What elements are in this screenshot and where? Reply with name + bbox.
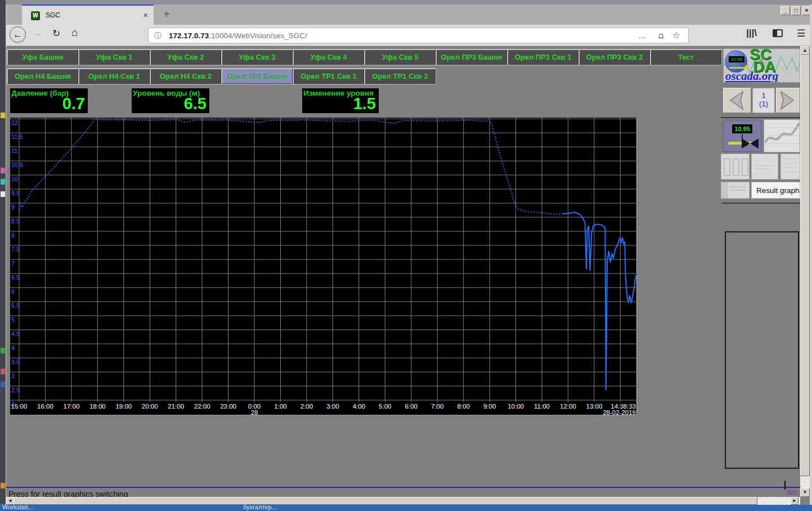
scene-button[interactable]: Орел ТР1 Скв 2 <box>365 69 436 84</box>
svg-text:4.5: 4.5 <box>11 330 20 337</box>
scene-button[interactable]: Уфа Скв 4 <box>293 50 364 65</box>
svg-text:21:00: 21:00 <box>168 403 184 410</box>
result-graphic-button[interactable]: Result graphic <box>751 182 800 199</box>
logo-mini-display: 10.95 <box>728 56 745 63</box>
level-change-display: Изменение уровня 1.5 <box>302 88 379 113</box>
scene-button[interactable]: Уфа Башня <box>7 50 78 65</box>
home-icon[interactable]: ⌂ <box>71 26 78 39</box>
water-level-value: 6.5 <box>184 95 207 113</box>
svg-text:16:00: 16:00 <box>37 403 53 410</box>
svg-text:9.5: 9.5 <box>11 190 20 196</box>
bookmark-star-icon[interactable]: ☆ <box>672 30 680 41</box>
menu-hamburger-icon[interactable]: ☰ <box>797 28 805 39</box>
page-number: 1 <box>753 91 774 100</box>
scene-button[interactable]: Уфа Скв 5 <box>365 50 436 65</box>
trend-chart[interactable]: 1211.51110.5109.598.587.576.565.554.543.… <box>10 118 637 415</box>
sidebar-divider <box>722 203 800 204</box>
svg-text:22:00: 22:00 <box>194 403 210 410</box>
widget-thumb-valve-selected[interactable]: 10.95 <box>723 120 761 152</box>
reload-icon[interactable]: ↻ <box>52 28 60 39</box>
svg-text:15:00: 15:00 <box>11 403 28 410</box>
scene-button[interactable]: Тест <box>651 50 721 65</box>
window-minimize-button[interactable]: _ <box>780 6 790 15</box>
pressure-display: Давление (бар) 0.7 <box>10 88 88 113</box>
widget-thumb-small[interactable] <box>721 182 750 199</box>
scene-button[interactable]: Орел Н4 Башня <box>7 69 78 84</box>
svg-text:20:00: 20:00 <box>142 403 158 410</box>
svg-text:28-02-2019: 28-02-2019 <box>603 409 636 415</box>
svg-text:10: 10 <box>11 176 18 182</box>
horizontal-scrollbar[interactable]: ◄ ► <box>6 497 800 505</box>
desktop: Workstati... бухгалтер... W SGC × + _ □ … <box>0 0 812 511</box>
url-path: :10004/WebVision/ses_SGC/ <box>209 32 307 40</box>
scroll-down-icon[interactable]: ▼ <box>800 488 810 497</box>
vertical-scroll-thumb[interactable] <box>800 55 810 476</box>
scroll-right-icon[interactable]: ► <box>791 497 798 505</box>
pocket-icon[interactable]: ⩍ <box>658 31 663 41</box>
svg-text:5:00: 5:00 <box>379 403 391 410</box>
back-icon[interactable]: ← <box>10 26 26 43</box>
scene-button[interactable]: Орел ПР3 Башня <box>436 50 507 65</box>
scene-button[interactable]: Уфа Скв 3 <box>222 50 293 65</box>
widget-thumb-graph[interactable] <box>764 119 800 153</box>
next-page-button[interactable] <box>776 88 800 113</box>
svg-text:3.5: 3.5 <box>11 358 20 365</box>
webvision-favicon: W <box>31 11 40 20</box>
scene-button[interactable]: Орел Н4 Скв 1 <box>79 69 150 84</box>
browser-tab[interactable]: W SGC × <box>22 5 154 25</box>
scroll-up-icon[interactable]: ▲ <box>800 46 810 55</box>
graph-thumb-sketch <box>764 120 800 152</box>
page-divider-line <box>6 487 800 488</box>
widget-thumb-doc2[interactable] <box>780 154 800 180</box>
scene-button[interactable]: Орел ТР1 Скв 1 <box>293 69 364 84</box>
library-icon[interactable]: |||\ <box>746 28 757 39</box>
svg-text:11.5: 11.5 <box>11 133 23 140</box>
scene-button-row-2: Орел Н4 БашняОрел Н4 Скв 1Орел Н4 Скв 2О… <box>7 69 436 84</box>
svg-text:7.5: 7.5 <box>11 246 20 253</box>
svg-text:10.5: 10.5 <box>11 162 23 168</box>
window-maximize-button[interactable]: □ <box>791 6 801 15</box>
scene-button[interactable]: Орел ПР3 Скв 2 <box>579 50 650 65</box>
browser-window: W SGC × + _ □ × ← → ↻ ⌂ ⓘ 172.17.0.73:10… <box>6 5 812 505</box>
widget-thumb-doc1[interactable] <box>751 154 778 180</box>
svg-text:4:00: 4:00 <box>353 403 365 410</box>
scroll-left-icon[interactable]: ◄ <box>6 497 14 505</box>
clipped-mark <box>784 481 786 490</box>
svg-text:7: 7 <box>11 260 15 267</box>
desktop-icon-fragment <box>1 369 5 374</box>
svg-text:7:00: 7:00 <box>431 403 443 410</box>
scene-button[interactable]: Уфа Скв 2 <box>150 50 221 65</box>
svg-text:19:00: 19:00 <box>115 403 132 410</box>
logo-site-link[interactable]: oscada.org <box>725 69 778 83</box>
scene-button[interactable]: Уфа Скв 1 <box>79 50 150 65</box>
vertical-scrollbar[interactable]: ▲ ▼ <box>800 46 810 497</box>
page-actions-icon[interactable]: … <box>638 31 647 40</box>
svg-text:1:00: 1:00 <box>274 403 286 410</box>
logo-arrow-icon <box>729 67 746 69</box>
sidebar-toggle-icon[interactable] <box>773 29 783 37</box>
horizontal-scroll-thumb[interactable] <box>14 497 757 505</box>
scene-button[interactable]: Орел Н4 Скв 2 <box>150 69 221 84</box>
new-tab-button[interactable]: + <box>159 8 174 21</box>
scene-button[interactable]: Орел ТР1 Башня <box>222 69 293 84</box>
forward-icon[interactable]: → <box>33 28 43 39</box>
webvision-page: Уфа БашняУфа Скв 1Уфа Скв 2Уфа Скв 3Уфа … <box>6 46 800 497</box>
prev-page-button[interactable] <box>723 88 751 113</box>
svg-text:3: 3 <box>11 373 15 379</box>
site-info-icon[interactable]: ⓘ <box>154 31 161 41</box>
svg-text:8: 8 <box>11 232 15 239</box>
svg-text:28: 28 <box>251 409 258 415</box>
tab-close-icon[interactable]: × <box>143 10 148 20</box>
url-text: 172.17.0.73:10004/WebVision/ses_SGC/ <box>169 32 307 40</box>
oscada-logo[interactable]: 10.95 SC & DA oscada.org <box>723 48 800 83</box>
page-indicator: 1 (1) <box>752 88 775 113</box>
trend-chart-svg: 1211.51110.5109.598.587.576.565.554.543.… <box>10 118 637 415</box>
level-change-value: 1.5 <box>353 95 376 113</box>
scene-button[interactable]: Орел ПР3 Скв 1 <box>508 50 578 65</box>
svg-text:12: 12 <box>11 119 18 126</box>
desktop-icon-fragment <box>1 483 5 488</box>
widget-thumb-columns[interactable] <box>721 154 750 180</box>
url-bar[interactable]: ⓘ 172.17.0.73:10004/WebVision/ses_SGC/ …… <box>148 28 689 43</box>
desktop-icon-fragment <box>1 179 5 185</box>
empty-panel-box <box>725 231 799 469</box>
